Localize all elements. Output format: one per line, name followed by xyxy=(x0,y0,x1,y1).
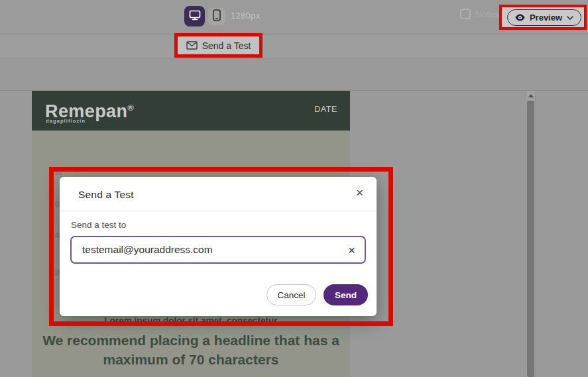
notes-toggle[interactable]: Notes xyxy=(460,9,499,19)
send-button[interactable]: Send xyxy=(323,284,368,305)
cancel-button[interactable]: Cancel xyxy=(266,284,316,305)
send-test-underline xyxy=(184,54,255,54)
registered-mark: ® xyxy=(127,103,134,113)
chart-tick: 80 xyxy=(55,169,62,176)
preview-button[interactable]: Preview xyxy=(507,9,581,26)
preview-button-label: Preview xyxy=(530,13,562,23)
eye-icon xyxy=(515,14,525,21)
date-placeholder: DATE xyxy=(314,105,337,114)
notes-label: Notes xyxy=(475,9,499,19)
email-header: Remepan® dagapliflozin DATE xyxy=(32,91,350,131)
recipient-input-wrap: × xyxy=(70,236,366,264)
preview-annotation-box: Preview xyxy=(499,5,587,30)
modal-title: Send a Test xyxy=(78,189,134,201)
recipient-field-label: Send a test to xyxy=(71,220,126,230)
send-test-annotation-box: Send a Test xyxy=(174,33,263,58)
top-toolbar: 1280px Notes Preview xyxy=(0,0,588,34)
brand-subtitle: dagapliflozin xyxy=(46,118,86,124)
desktop-monitor-icon xyxy=(189,10,201,23)
email-headline: We recommend placing a headline that has… xyxy=(38,331,343,369)
scrollbar-up-arrow-icon[interactable] xyxy=(528,94,534,97)
desktop-view-button[interactable] xyxy=(184,6,205,27)
modal-header: Send a Test × xyxy=(60,177,377,211)
clear-input-icon[interactable]: × xyxy=(348,244,355,256)
close-icon[interactable]: × xyxy=(356,186,363,199)
recipient-email-input[interactable] xyxy=(82,244,348,256)
email-body-text: Lorem ipsum dolor sit amet, consectetur xyxy=(32,315,350,325)
mobile-phone-icon xyxy=(213,9,221,24)
app-screen: 1280px Notes Preview xyxy=(0,0,588,377)
send-test-modal: Send a Test × Send a test to × Cancel Se… xyxy=(60,177,377,316)
notes-checkbox-icon[interactable] xyxy=(460,9,471,19)
chevron-down-icon xyxy=(567,16,573,20)
viewport-width-label: 1280px xyxy=(231,11,260,21)
send-test-button[interactable]: Send a Test xyxy=(202,40,251,51)
scrollbar-thumb[interactable] xyxy=(527,101,534,377)
actions-bar xyxy=(0,35,588,59)
envelope-icon xyxy=(186,41,198,50)
secondary-bar xyxy=(0,60,588,91)
mobile-view-button[interactable] xyxy=(208,8,225,25)
